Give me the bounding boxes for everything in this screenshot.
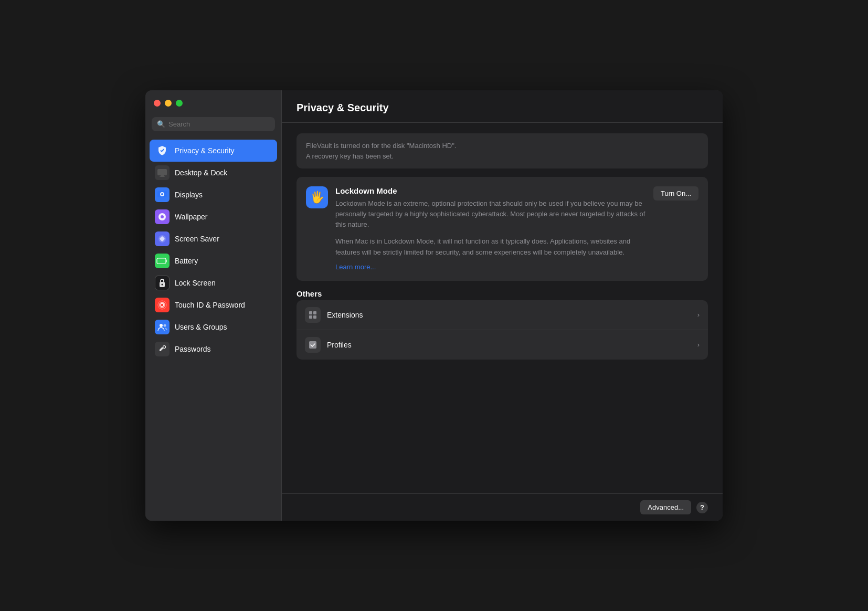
lockscreen-icon <box>155 276 170 290</box>
svg-rect-21 <box>313 315 316 319</box>
battery-icon <box>155 254 170 268</box>
privacy-icon <box>155 143 170 158</box>
wallpaper-label: Wallpaper <box>175 213 208 221</box>
profiles-icon <box>305 337 321 353</box>
others-label: Others <box>297 289 708 298</box>
displays-icon <box>155 187 170 202</box>
sidebar-item-privacy[interactable]: Privacy & Security <box>150 140 277 162</box>
touchid-icon <box>155 298 170 312</box>
search-box[interactable]: 🔍 <box>152 117 275 131</box>
minimize-button[interactable] <box>165 100 172 107</box>
lockdown-desc-2: When Mac is in Lockdown Mode, it will no… <box>335 236 646 257</box>
others-section: Others Extensions › <box>297 289 708 360</box>
svg-rect-0 <box>157 169 167 175</box>
svg-point-7 <box>161 215 164 218</box>
desktop-label: Desktop & Dock <box>175 168 227 177</box>
profiles-row[interactable]: Profiles › <box>297 330 708 360</box>
svg-point-5 <box>161 193 163 195</box>
svg-point-15 <box>164 324 166 327</box>
svg-rect-20 <box>309 315 312 319</box>
sidebar-item-wallpaper[interactable]: Wallpaper <box>150 206 277 228</box>
lockdown-desc-1: Lockdown Mode is an extreme, optional pr… <box>335 198 646 230</box>
svg-rect-1 <box>161 175 164 176</box>
passwords-label: Passwords <box>175 345 210 353</box>
maximize-button[interactable] <box>176 100 183 107</box>
profiles-label: Profiles <box>327 341 691 349</box>
advanced-button[interactable]: Advanced... <box>640 500 691 514</box>
extensions-label: Extensions <box>327 311 691 319</box>
users-icon <box>155 320 170 334</box>
search-icon: 🔍 <box>157 120 165 128</box>
svg-rect-10 <box>158 259 164 263</box>
lockdown-title: Lockdown Mode <box>335 186 646 195</box>
others-card: Extensions › Profiles › <box>297 300 708 360</box>
sidebar-item-passwords[interactable]: Passwords <box>150 338 277 360</box>
users-label: Users & Groups <box>175 323 227 331</box>
svg-rect-18 <box>309 311 312 314</box>
battery-label: Battery <box>175 257 198 265</box>
titlebar <box>145 90 281 113</box>
touchid-label: Touch ID & Password <box>175 301 245 309</box>
sidebar-item-touchid[interactable]: Touch ID & Password <box>150 294 277 316</box>
page-title: Privacy & Security <box>297 102 708 114</box>
extensions-row[interactable]: Extensions › <box>297 300 708 330</box>
svg-point-16 <box>163 346 166 349</box>
sidebar-list: Privacy & SecurityDesktop & DockDisplays… <box>145 138 281 521</box>
main-body: FileVault is turned on for the disk "Mac… <box>282 123 723 493</box>
lockdown-mode-card: 🖐️ Lockdown Mode Lockdown Mode is an ext… <box>297 177 708 281</box>
lockdown-button-wrap: Turn On... <box>653 186 698 201</box>
filevault-text: FileVault is turned on for the disk "Mac… <box>306 141 698 161</box>
lockdown-body: Lockdown Mode Lockdown Mode is an extrem… <box>335 186 646 271</box>
filevault-card: FileVault is turned on for the disk "Mac… <box>297 133 708 168</box>
close-button[interactable] <box>154 100 161 107</box>
screensaver-icon <box>155 231 170 246</box>
sidebar-item-desktop[interactable]: Desktop & Dock <box>150 162 277 184</box>
svg-rect-2 <box>160 176 165 177</box>
displays-label: Displays <box>175 191 203 199</box>
profiles-chevron: › <box>697 341 700 349</box>
svg-point-13 <box>161 303 164 307</box>
help-button[interactable]: ? <box>696 502 708 513</box>
main-header: Privacy & Security <box>282 90 723 123</box>
search-input[interactable] <box>168 120 270 128</box>
footer: Advanced... ? <box>282 493 723 521</box>
passwords-icon <box>155 342 170 356</box>
sidebar-item-lockscreen[interactable]: Lock Screen <box>150 272 277 294</box>
sidebar-item-battery[interactable]: Battery <box>150 250 277 272</box>
svg-rect-9 <box>166 260 167 262</box>
privacy-label: Privacy & Security <box>175 146 235 155</box>
svg-point-14 <box>160 324 163 327</box>
turn-on-button[interactable]: Turn On... <box>653 186 698 201</box>
svg-rect-22 <box>309 341 316 349</box>
sidebar-item-displays[interactable]: Displays <box>150 184 277 206</box>
traffic-lights <box>154 100 183 107</box>
wallpaper-icon <box>155 209 170 224</box>
extensions-chevron: › <box>697 311 700 319</box>
sidebar-item-users[interactable]: Users & Groups <box>150 316 277 338</box>
extensions-icon <box>305 307 321 323</box>
hand-icon: 🖐️ <box>310 191 324 204</box>
system-preferences-window: 🔍 Privacy & SecurityDesktop & DockDispla… <box>145 90 723 521</box>
lockscreen-label: Lock Screen <box>175 279 216 287</box>
main-content: Privacy & Security FileVault is turned o… <box>282 90 723 521</box>
lockdown-icon: 🖐️ <box>306 186 328 208</box>
desktop-icon <box>155 165 170 180</box>
svg-rect-19 <box>313 311 316 314</box>
svg-point-12 <box>162 284 163 286</box>
sidebar-item-screensaver[interactable]: Screen Saver <box>150 228 277 250</box>
screensaver-label: Screen Saver <box>175 235 219 243</box>
sidebar: 🔍 Privacy & SecurityDesktop & DockDispla… <box>145 90 282 521</box>
learn-more-link[interactable]: Learn more... <box>335 263 376 271</box>
